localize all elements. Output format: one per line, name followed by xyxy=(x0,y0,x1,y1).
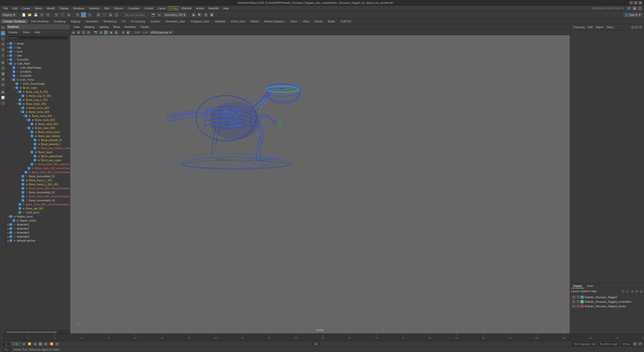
tree-arrow[interactable] xyxy=(19,199,22,202)
vp-shadow-icon[interactable]: ◧ xyxy=(126,30,131,35)
sign-in-button[interactable]: 👤 Sign In ▼ xyxy=(623,12,643,18)
tree-item[interactable]: ◈Bone_jaw_upper xyxy=(6,158,70,162)
tree-item-vis[interactable] xyxy=(22,187,24,190)
menu-windows[interactable]: Windows xyxy=(71,6,87,10)
tree-arrow[interactable] xyxy=(19,95,22,97)
camera-icon[interactable]: 📷 xyxy=(151,12,156,17)
symmetry-btn[interactable]: Symmetry: Off▼ xyxy=(163,12,187,18)
vp-icon3[interactable]: ⊡ xyxy=(81,30,86,35)
vtool-component[interactable]: ◈ xyxy=(1,77,6,82)
tree-item[interactable]: ▼◈Bone_torso_001 xyxy=(6,102,70,106)
tree-arrow[interactable] xyxy=(19,191,22,194)
tree-item-vis[interactable] xyxy=(10,50,12,53)
tree-item[interactable]: ▤Raptor_limbs xyxy=(6,218,70,223)
tree-item[interactable]: ⊡Bone_neck_001_orientConstraint1 xyxy=(6,170,70,174)
viewport-menu-show[interactable]: Show xyxy=(111,25,122,29)
viewport-menu-panels[interactable]: Panels xyxy=(139,25,151,29)
tree-arrow[interactable]: ▶ xyxy=(7,239,10,242)
tree-item-vis[interactable] xyxy=(10,235,12,238)
menu-create[interactable]: Create xyxy=(20,6,32,10)
new-file-icon[interactable]: 📄 xyxy=(21,12,26,17)
tree-item-vis[interactable] xyxy=(13,74,15,77)
transport-settings-icon[interactable]: ⚙ xyxy=(633,342,637,346)
tree-arrow[interactable] xyxy=(31,155,34,157)
tree-arrow[interactable] xyxy=(16,99,19,101)
ipr-icon[interactable]: ⯈ xyxy=(197,12,202,17)
rotate-icon[interactable]: ↺ xyxy=(81,12,86,17)
vtool-select[interactable]: ↖ xyxy=(1,25,6,30)
cb-icon-menu[interactable]: ≡ xyxy=(638,25,642,29)
tree-item[interactable]: ▼▤Cntrl_Main xyxy=(6,62,70,66)
close-button[interactable]: ✕ xyxy=(638,1,642,5)
outliner-scrollbar[interactable] xyxy=(6,330,70,333)
tree-arrow[interactable]: ▶ xyxy=(7,58,10,61)
timeline-ruler[interactable]: 0510152025303540455055606570758085909510… xyxy=(2,334,644,341)
menu-file[interactable]: File xyxy=(2,6,10,10)
viewport-menu-renderer[interactable]: Renderer xyxy=(123,25,138,29)
tree-item[interactable]: ▼▤Cntrl_Torso xyxy=(6,78,70,82)
current-frame-input[interactable] xyxy=(12,342,21,346)
cb-show[interactable]: Show xyxy=(605,25,615,29)
tree-arrow[interactable] xyxy=(10,219,13,222)
tree-item[interactable]: ⊡Bone_neck_002_orientConstraint1 xyxy=(6,166,70,170)
prev-key-btn[interactable]: ⏪ xyxy=(27,342,32,346)
tree-item-vis[interactable] xyxy=(31,163,33,165)
tree-item-vis[interactable] xyxy=(22,95,24,97)
tree-item[interactable]: ⊡Bone_torso_002_orientConstraint1 xyxy=(6,194,70,198)
vtool-mirror[interactable]: ⇔ xyxy=(1,66,6,71)
vp-frame-icon[interactable]: ⊞ xyxy=(99,30,103,35)
menu-arnold[interactable]: Arnold xyxy=(194,6,206,10)
tree-item-vis[interactable] xyxy=(31,123,33,125)
vtool-move[interactable]: ✛ xyxy=(1,42,6,47)
tree-item-vis[interactable] xyxy=(34,147,36,149)
tree-item[interactable]: ∿Cntrl_MainShape xyxy=(6,66,70,70)
tree-item-vis[interactable] xyxy=(28,119,30,121)
shelf-poly-modeling[interactable]: Poly Modeling xyxy=(28,19,51,23)
play-btn[interactable]: ▶ xyxy=(38,342,43,346)
tree-item[interactable]: ▼◈Bone_torso_003 xyxy=(6,110,70,114)
tree-item[interactable]: ▼◈Bone_torso_002 xyxy=(6,106,70,110)
tree-item[interactable]: ◈Bone_hand_L_001 xyxy=(6,178,70,182)
tree-arrow[interactable]: ▶ xyxy=(7,50,10,53)
vtool-panel[interactable]: ⬚ xyxy=(1,101,6,106)
tree-item[interactable]: ▶⊸ikHandle3 xyxy=(6,231,70,235)
tree-arrow[interactable]: ▼ xyxy=(7,215,10,218)
tree-item[interactable]: ∿Circle001 xyxy=(6,70,70,74)
tree-item-vis[interactable] xyxy=(22,179,24,182)
tree-arrow[interactable] xyxy=(25,167,28,169)
tree-item[interactable]: ▶⬡persp xyxy=(6,41,70,46)
tree-item-vis[interactable] xyxy=(19,99,21,101)
shelf-sculpting[interactable]: Sculpting xyxy=(52,19,68,23)
render-icon[interactable]: ▶ xyxy=(191,12,196,17)
tree-item[interactable]: ▶⊸ikHandle2 xyxy=(6,227,70,231)
menu-eray[interactable]: E-Ray xyxy=(168,6,179,10)
layer-opt-layers[interactable]: Layers xyxy=(571,290,579,293)
vtool-pivot[interactable]: ⊙ xyxy=(1,82,6,87)
vtool-curve[interactable]: ∿ xyxy=(1,36,6,41)
layer-playback-toggle[interactable]: P xyxy=(577,304,580,308)
shelf-bullet[interactable]: Bullet xyxy=(326,19,338,23)
tree-item-vis[interactable] xyxy=(34,159,36,161)
icon-display[interactable]: ◫ xyxy=(637,6,642,11)
layer-tab-anim[interactable]: Anim xyxy=(585,284,595,288)
next-key-btn[interactable]: ⏩ xyxy=(49,342,54,346)
menu-cache[interactable]: Cache xyxy=(155,6,168,10)
tree-item[interactable]: ▶⊸ikHandle1 xyxy=(6,223,70,227)
shelf-polygons-user[interactable]: Polygons_User xyxy=(188,19,212,23)
tree-arrow[interactable] xyxy=(28,151,31,153)
scale-icon[interactable]: ⤡ xyxy=(87,12,92,17)
tree-item-vis[interactable] xyxy=(16,82,18,85)
tree-item[interactable]: ∿Circle002 xyxy=(6,74,70,78)
tree-arrow[interactable] xyxy=(10,66,13,69)
tree-arrow[interactable]: ▶ xyxy=(7,227,10,230)
menu-constrain[interactable]: Constrain xyxy=(126,6,142,10)
tree-item-vis[interactable] xyxy=(19,207,21,210)
menu-3dtksall[interactable]: 3DtksAll xyxy=(179,6,193,10)
tree-arrow[interactable] xyxy=(28,163,31,165)
tree-item-vis[interactable] xyxy=(28,127,30,129)
tree-item[interactable]: ◈Bone_head xyxy=(6,150,70,154)
tree-item-vis[interactable] xyxy=(10,215,12,218)
tree-arrow[interactable]: ▼ xyxy=(19,107,22,109)
vtool-render[interactable]: ▶ xyxy=(1,90,6,95)
tree-item[interactable]: ◈Bone_upperhead xyxy=(6,154,70,158)
